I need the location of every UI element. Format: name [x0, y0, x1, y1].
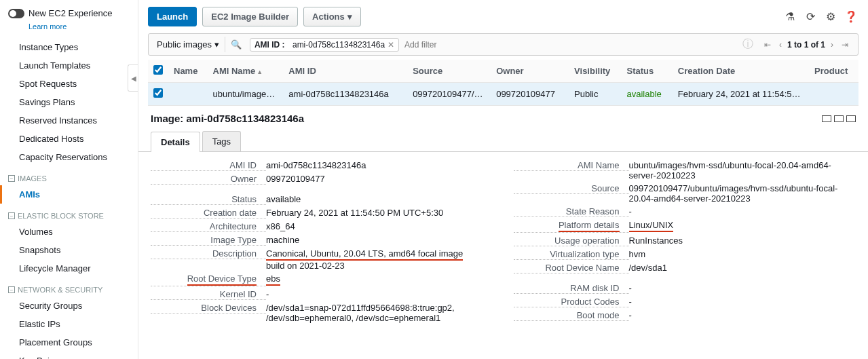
add-filter-input[interactable]: [399, 37, 738, 52]
col-visibility[interactable]: Visibility: [569, 60, 621, 83]
ec2-image-builder-button[interactable]: EC2 Image Builder: [202, 7, 298, 26]
col-ami-id[interactable]: AMI ID: [283, 60, 407, 83]
select-all-checkbox[interactable]: [153, 65, 163, 75]
layout-split-icon[interactable]: [834, 115, 844, 122]
k-architecture: Architecture: [151, 221, 266, 232]
v-creation-date: February 24, 2021 at 11:54:50 PM UTC+5:3…: [266, 208, 493, 218]
detail-tabs: Details Tags: [138, 124, 868, 152]
pager-prev[interactable]: ‹: [776, 40, 785, 50]
col-ami-name[interactable]: AMI Name▲: [208, 60, 284, 83]
sidebar-item-security-groups[interactable]: Security Groups: [0, 297, 138, 315]
info-icon[interactable]: ⓘ: [738, 37, 757, 52]
sort-asc-icon: ▲: [257, 69, 263, 75]
sidebar-collapse-handle[interactable]: ◀: [128, 64, 138, 92]
chevron-down-icon: ▾: [347, 12, 352, 22]
k-block-devices: Block Devices: [151, 303, 266, 314]
pager-next[interactable]: ›: [828, 40, 836, 50]
sidebar-item-lifecycle-manager[interactable]: Lifecycle Manager: [0, 259, 138, 278]
table-row[interactable]: ubuntu/images… ami-0d758c1134823146a 099…: [148, 83, 858, 106]
sidebar-item-instance-types[interactable]: Instance Types: [0, 38, 138, 56]
new-experience-label: New EC2 Experience: [29, 8, 113, 18]
col-name[interactable]: Name: [168, 60, 208, 83]
pager-first[interactable]: ⇤: [761, 40, 774, 50]
k-ram-disk-id: RAM disk ID: [514, 283, 629, 294]
actions-dropdown[interactable]: Actions ▾: [303, 7, 361, 26]
sidebar-group-ebs[interactable]: −ELASTIC BLOCK STORE: [0, 204, 138, 223]
gear-icon[interactable]: ⚙: [823, 10, 838, 24]
cell-name: [168, 83, 208, 106]
v-block-devices: /dev/sda1=snap-072d11ffd95664698:8:true:…: [266, 303, 493, 323]
v-ami-name: ubuntu/images/hvm-ssd/ubuntu-focal-20.04…: [629, 160, 856, 181]
cell-owner: 099720109477: [491, 83, 569, 106]
cell-status: available: [622, 83, 673, 106]
sidebar-item-dedicated-hosts[interactable]: Dedicated Hosts: [0, 130, 138, 148]
k-creation-date: Creation date: [151, 208, 266, 219]
col-product[interactable]: Product: [809, 60, 858, 83]
k-status: Status: [151, 194, 266, 205]
k-virtualization-type: Virtualization type: [514, 249, 629, 260]
details-grid: AMI IDami-0d758c1134823146a Owner0997201…: [138, 152, 868, 359]
sidebar-item-spot-requests[interactable]: Spot Requests: [0, 75, 138, 93]
sidebar-group-images[interactable]: −IMAGES: [0, 166, 138, 185]
new-experience-toggle-row: New EC2 Experience: [0, 5, 138, 21]
sidebar-group-network-security[interactable]: −NETWORK & SECURITY: [0, 278, 138, 297]
v-source: 099720109477/ubuntu/images/hvm-ssd/ubunt…: [629, 183, 856, 204]
filter-tag-ami-id: AMI ID : ami-0d758c1134823146a ✕: [250, 38, 399, 52]
v-usage-operation: RunInstances: [629, 235, 856, 246]
v-boot-mode: -: [629, 310, 856, 320]
visibility-scope-dropdown[interactable]: Public images ▾: [151, 37, 225, 52]
sidebar-item-reserved-instances[interactable]: Reserved Instances: [0, 111, 138, 130]
tab-tags[interactable]: Tags: [202, 131, 241, 151]
launch-button[interactable]: Launch: [148, 7, 197, 26]
cell-visibility: Public: [569, 83, 621, 106]
sidebar-item-key-pairs[interactable]: Key Pairs: [0, 352, 138, 359]
col-creation-date[interactable]: Creation Date: [673, 60, 809, 83]
v-state-reason: -: [629, 206, 856, 216]
pager-last[interactable]: ⇥: [839, 40, 851, 50]
sidebar-item-capacity-reservations[interactable]: Capacity Reservations: [0, 148, 138, 166]
v-root-device-name: /dev/sda1: [629, 263, 856, 273]
remove-filter-icon[interactable]: ✕: [388, 40, 394, 50]
col-owner[interactable]: Owner: [491, 60, 569, 83]
k-ami-id: AMI ID: [151, 160, 266, 171]
layout-bottom-icon[interactable]: [846, 115, 856, 122]
v-image-type: machine: [266, 235, 493, 245]
layout-full-icon[interactable]: [822, 115, 831, 122]
pager: ⇤ ‹ 1 to 1 of 1 › ⇥: [757, 40, 855, 50]
sidebar-item-launch-templates[interactable]: Launch Templates: [0, 56, 138, 75]
v-ram-disk-id: -: [629, 283, 856, 293]
v-owner: 099720109477: [266, 174, 493, 184]
chevron-down-icon: ▾: [214, 39, 219, 50]
sidebar-item-snapshots[interactable]: Snapshots: [0, 241, 138, 259]
sidebar-item-placement-groups[interactable]: Placement Groups: [0, 333, 138, 352]
sidebar-item-elastic-ips[interactable]: Elastic IPs: [0, 315, 138, 333]
help-icon[interactable]: ❓: [844, 10, 858, 24]
sidebar-item-savings-plans[interactable]: Savings Plans: [0, 93, 138, 111]
flask-icon[interactable]: ⚗: [782, 10, 797, 24]
v-ami-id: ami-0d758c1134823146a: [266, 160, 493, 170]
search-icon: 🔍: [225, 39, 247, 50]
k-boot-mode: Boot mode: [514, 310, 629, 321]
detail-panel-header: Image: ami-0d758c1134823146a: [138, 106, 868, 124]
row-checkbox[interactable]: [153, 88, 163, 98]
sidebar-item-amis[interactable]: AMIs: [0, 185, 138, 204]
new-experience-toggle[interactable]: [8, 9, 24, 18]
v-virtualization-type: hvm: [629, 249, 856, 259]
k-ami-name: AMI Name: [514, 160, 629, 171]
sidebar-item-volumes[interactable]: Volumes: [0, 223, 138, 241]
k-state-reason: State Reason: [514, 206, 629, 217]
k-root-device-type: Root Device Type: [151, 273, 266, 286]
cell-source: 099720109477/…: [407, 83, 491, 106]
refresh-icon[interactable]: ⟳: [803, 10, 818, 24]
v-status: available: [266, 194, 493, 204]
k-source: Source: [514, 183, 629, 194]
col-status[interactable]: Status: [622, 60, 673, 83]
col-source[interactable]: Source: [407, 60, 491, 83]
filter-bar: Public images ▾ 🔍 AMI ID : ami-0d758c113…: [148, 33, 858, 56]
k-root-device-name: Root Device Name: [514, 263, 629, 273]
learn-more-link[interactable]: Learn more: [29, 22, 67, 31]
k-image-type: Image Type: [151, 235, 266, 246]
sidebar: New EC2 Experience Learn more Instance T…: [0, 0, 138, 359]
tab-details[interactable]: Details: [151, 132, 200, 152]
toolbar: Launch EC2 Image Builder Actions ▾ ⚗ ⟳ ⚙…: [138, 0, 868, 33]
